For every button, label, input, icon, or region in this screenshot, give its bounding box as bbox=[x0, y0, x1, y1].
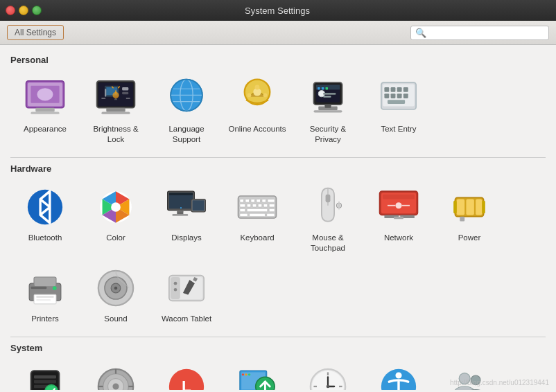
settings-item-security-privacy[interactable]: Security & Privacy bbox=[293, 71, 363, 150]
svg-point-133 bbox=[242, 373, 244, 375]
section-divider bbox=[10, 157, 546, 158]
settings-item-time-date[interactable]: Time & Date bbox=[293, 359, 363, 390]
svg-point-134 bbox=[245, 373, 247, 375]
svg-point-12 bbox=[112, 92, 119, 98]
svg-point-52 bbox=[111, 202, 121, 212]
window-title: System Settings bbox=[46, 6, 509, 16]
svg-rect-14 bbox=[106, 108, 125, 112]
settings-item-wacom-tablet[interactable]: Wacom Tablet bbox=[152, 260, 221, 330]
svg-rect-41 bbox=[384, 87, 389, 92]
all-settings-button[interactable]: All Settings bbox=[7, 25, 64, 40]
wacom-tablet-label: Wacom Tablet bbox=[162, 314, 211, 324]
svg-rect-93 bbox=[457, 199, 464, 215]
svg-point-114 bbox=[174, 288, 177, 292]
svg-rect-96 bbox=[453, 201, 457, 213]
text-entry-icon bbox=[376, 76, 421, 121]
svg-point-146 bbox=[327, 384, 330, 388]
minimize-button[interactable] bbox=[19, 6, 28, 15]
svg-point-60 bbox=[180, 207, 182, 208]
svg-rect-34 bbox=[322, 87, 324, 89]
settings-item-online-accounts[interactable]: Online Accounts bbox=[223, 71, 292, 150]
keyboard-icon bbox=[235, 185, 279, 229]
settings-item-software-updates[interactable]: Software & Updates bbox=[223, 359, 292, 390]
landscape-service-icon: L bbox=[164, 364, 209, 390]
svg-rect-78 bbox=[250, 213, 266, 217]
svg-rect-71 bbox=[258, 204, 262, 207]
svg-point-135 bbox=[248, 373, 250, 375]
maximize-button[interactable] bbox=[32, 6, 42, 15]
appearance-label: Appearance bbox=[24, 124, 67, 134]
svg-rect-81 bbox=[326, 195, 331, 202]
language-support-label: Language Support bbox=[155, 124, 218, 145]
settings-item-displays[interactable]: Displays bbox=[152, 179, 221, 259]
section-grid-hardware: Bluetooth Color Displays bbox=[10, 179, 546, 330]
displays-label: Displays bbox=[171, 233, 201, 243]
svg-rect-31 bbox=[323, 93, 336, 95]
svg-rect-11 bbox=[122, 92, 128, 94]
svg-rect-70 bbox=[252, 204, 257, 207]
svg-rect-46 bbox=[391, 93, 396, 98]
title-bar: System Settings bbox=[0, 0, 556, 21]
settings-item-universal-access[interactable]: Universal Access bbox=[364, 359, 433, 390]
language-support-icon bbox=[164, 76, 209, 121]
settings-item-printers[interactable]: Printers bbox=[10, 260, 80, 330]
time-date-icon bbox=[306, 364, 350, 390]
svg-point-148 bbox=[395, 372, 401, 378]
settings-item-power[interactable]: Power bbox=[435, 179, 504, 259]
settings-item-details[interactable]: Details bbox=[81, 359, 150, 390]
svg-rect-105 bbox=[31, 286, 46, 288]
svg-rect-66 bbox=[262, 199, 266, 202]
svg-rect-32 bbox=[323, 96, 331, 98]
brightness-lock-icon bbox=[94, 76, 138, 121]
settings-item-brightness-lock[interactable]: Brightness & Lock bbox=[81, 71, 150, 150]
section-title-system: System bbox=[10, 343, 546, 353]
settings-item-mouse-touchpad[interactable]: Mouse & Touchpad bbox=[293, 179, 363, 259]
settings-item-language-support[interactable]: Language Support bbox=[152, 71, 221, 150]
section-title-personal: Personal bbox=[10, 55, 546, 65]
close-button[interactable] bbox=[6, 6, 15, 15]
svg-rect-97 bbox=[482, 201, 485, 213]
details-icon bbox=[94, 364, 138, 390]
svg-rect-91 bbox=[394, 217, 403, 219]
keyboard-label: Keyboard bbox=[240, 233, 274, 243]
settings-item-backups[interactable]: Backups bbox=[10, 359, 80, 390]
settings-item-network[interactable]: Network bbox=[364, 179, 433, 259]
svg-rect-63 bbox=[245, 199, 250, 202]
settings-item-sound[interactable]: Sound bbox=[81, 260, 150, 330]
svg-rect-48 bbox=[403, 93, 408, 98]
settings-item-keyboard[interactable]: Keyboard bbox=[223, 179, 292, 259]
security-privacy-icon bbox=[306, 76, 350, 121]
settings-item-landscape-service[interactable]: L Landscape Service bbox=[152, 359, 221, 390]
sound-label: Sound bbox=[104, 314, 127, 324]
power-icon bbox=[447, 185, 492, 229]
bluetooth-icon bbox=[23, 185, 67, 229]
svg-rect-45 bbox=[384, 93, 389, 98]
wacom-tablet-icon bbox=[164, 266, 209, 310]
svg-rect-43 bbox=[397, 87, 402, 92]
svg-point-3 bbox=[37, 88, 53, 100]
settings-item-color[interactable]: Color bbox=[81, 179, 150, 259]
text-entry-label: Text Entry bbox=[381, 124, 416, 134]
section-grid-personal: Appearance Brightness & Lock Language Su… bbox=[10, 71, 546, 150]
svg-rect-118 bbox=[34, 380, 56, 384]
window-controls[interactable] bbox=[6, 6, 42, 15]
svg-rect-42 bbox=[391, 87, 396, 92]
settings-item-text-entry[interactable]: Text Entry bbox=[364, 71, 433, 150]
settings-item-bluetooth[interactable]: Bluetooth bbox=[10, 179, 80, 259]
svg-rect-68 bbox=[240, 204, 245, 207]
svg-rect-69 bbox=[247, 204, 251, 207]
network-label: Network bbox=[384, 233, 413, 243]
search-input[interactable] bbox=[429, 28, 544, 37]
brightness-lock-label: Brightness & Lock bbox=[85, 124, 147, 145]
svg-rect-55 bbox=[169, 193, 193, 195]
svg-rect-57 bbox=[193, 200, 205, 211]
svg-rect-64 bbox=[251, 199, 255, 202]
svg-point-113 bbox=[174, 282, 177, 285]
svg-rect-62 bbox=[240, 199, 244, 202]
settings-item-appearance[interactable]: Appearance bbox=[10, 71, 80, 150]
power-label: Power bbox=[458, 233, 481, 243]
svg-rect-33 bbox=[318, 87, 320, 89]
svg-point-24 bbox=[255, 85, 260, 90]
svg-point-104 bbox=[53, 286, 57, 290]
search-box[interactable]: 🔍 bbox=[410, 26, 549, 40]
